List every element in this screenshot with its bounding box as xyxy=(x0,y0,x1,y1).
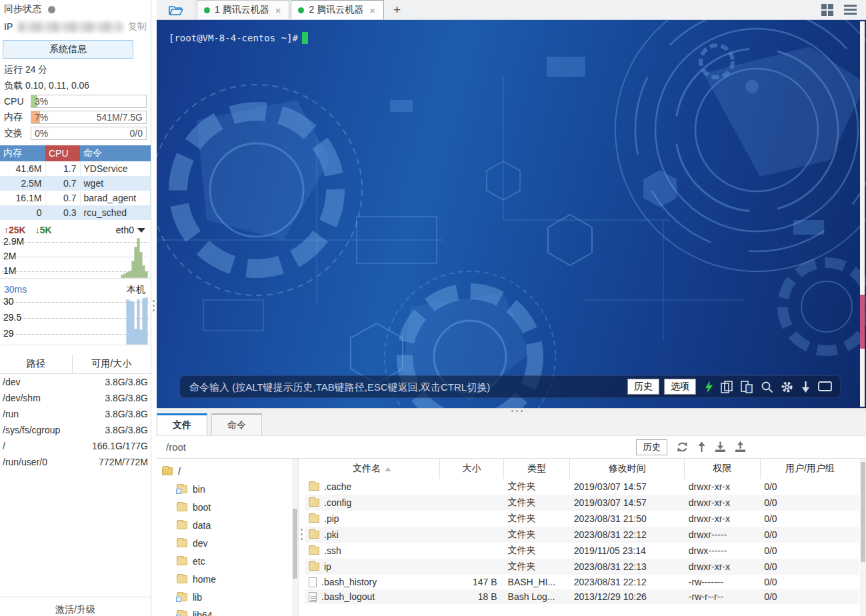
process-col-memory[interactable]: 内存 xyxy=(0,145,45,161)
folder-link-icon xyxy=(177,611,187,616)
terminal-scrollbar-thumb[interactable] xyxy=(860,295,865,349)
command-bar: 历史 选项 xyxy=(179,375,841,398)
file-panel: 文件 命令 历史 xyxy=(157,413,866,616)
memory-usage: 541M/7.5G xyxy=(97,112,143,123)
col-size[interactable]: 大小 xyxy=(439,459,503,479)
new-tab-button[interactable]: + xyxy=(384,0,410,19)
upload-file-icon[interactable] xyxy=(735,441,746,453)
tree-item-boot[interactable]: boot xyxy=(157,498,298,516)
file-row[interactable]: ip 文件夹 2023/08/31 22:13 drwxr-xr-x 0/0 xyxy=(305,559,859,575)
file-row[interactable]: .pip 文件夹 2023/08/31 21:50 drwxr-xr-x 0/0 xyxy=(305,511,859,527)
process-table: 内存 CPU 命令 41.6M 1.7 YDService 2.5M 0.7 w… xyxy=(0,145,151,220)
disk-row[interactable]: /sys/fs/cgroup3.8G/3.8G xyxy=(0,422,151,438)
process-row[interactable]: 16.1M 0.7 barad_agent xyxy=(0,191,151,205)
open-connections-button[interactable] xyxy=(157,0,195,19)
disk-col-size[interactable]: 可用/大小 xyxy=(72,355,151,374)
close-icon[interactable]: × xyxy=(274,5,283,16)
tree-item-root[interactable]: / xyxy=(157,462,298,480)
col-filename[interactable]: 文件名 xyxy=(305,459,439,479)
net-ytick: 2M xyxy=(3,251,16,261)
file-row[interactable]: .cache 文件夹 2019/03/07 14:57 drwxr-xr-x 0… xyxy=(305,479,859,495)
refresh-icon[interactable] xyxy=(676,441,689,453)
lightning-icon[interactable] xyxy=(705,381,713,393)
monitor-icon[interactable] xyxy=(818,381,832,393)
process-row[interactable]: 41.6M 1.7 YDService xyxy=(0,161,151,176)
tree-item-etc[interactable]: etc xyxy=(157,552,298,570)
tree-item-lib64[interactable]: lib64 xyxy=(157,606,298,616)
process-row[interactable]: 2.5M 0.7 wget xyxy=(0,176,151,191)
close-icon[interactable]: × xyxy=(368,5,377,16)
terminal-tab-1[interactable]: 1 腾讯云机器 × xyxy=(197,0,289,19)
tree-table-splitter[interactable] xyxy=(298,459,305,616)
panel-splitter[interactable] xyxy=(157,408,866,413)
folder-open-icon xyxy=(168,4,184,16)
disk-row[interactable]: /dev3.8G/3.8G xyxy=(0,374,151,391)
file-list-scrollbar[interactable] xyxy=(860,459,866,616)
file-row[interactable]: .bash_logout 18 B Bash Log... 2013/12/29… xyxy=(305,589,859,604)
process-cmd: rcu_sched xyxy=(80,205,151,220)
terminal-scrollbar[interactable] xyxy=(860,21,865,407)
file-row[interactable]: .config 文件夹 2019/03/07 14:57 drwxr-xr-x … xyxy=(305,495,859,511)
file-row[interactable]: .ssh 文件夹 2019/11/05 23:14 drwx------ 0/0 xyxy=(305,543,859,559)
history-button[interactable]: 历史 xyxy=(627,379,659,395)
down-arrow-icon: ↓ xyxy=(35,225,40,235)
ping-target[interactable]: 本机 xyxy=(127,284,145,296)
terminal-screen[interactable]: [root@VM-8-4-centos ~]# 历史 选项 xyxy=(157,20,866,408)
tree-item-dev[interactable]: dev xyxy=(157,534,298,552)
process-col-command[interactable]: 命令 xyxy=(80,145,151,161)
download-file-icon[interactable] xyxy=(715,441,726,453)
layout-grid-icon[interactable] xyxy=(821,4,833,16)
command-input[interactable] xyxy=(180,381,627,393)
tab-label: 1 腾讯云机器 xyxy=(215,4,269,16)
tree-item-bin[interactable]: bin xyxy=(157,480,298,498)
upload-rate: ↑25K xyxy=(4,225,26,235)
swap-percent: 0% xyxy=(35,128,48,139)
col-mtime[interactable]: 修改时间 xyxy=(570,459,685,479)
gear-icon[interactable] xyxy=(781,381,793,393)
status-dot-icon xyxy=(48,6,55,13)
file-history-button[interactable]: 历史 xyxy=(636,439,667,455)
disk-col-path[interactable]: 路径 xyxy=(0,355,72,374)
tab-commands[interactable]: 命令 xyxy=(211,413,262,435)
col-type[interactable]: 类型 xyxy=(504,459,570,479)
col-perm[interactable]: 权限 xyxy=(685,459,760,479)
process-mem: 2.5M xyxy=(0,176,45,191)
disk-row[interactable]: /run/user/0772M/772M xyxy=(0,454,151,470)
file-row[interactable]: .pki 文件夹 2023/08/31 22:12 drwxr----- 0/0 xyxy=(305,527,859,543)
parent-dir-icon[interactable] xyxy=(697,441,706,453)
sidebar-splitter[interactable] xyxy=(151,0,157,616)
copy-icon[interactable] xyxy=(721,381,733,393)
disk-row[interactable]: /dev/shm3.8G/3.8G xyxy=(0,390,151,406)
download-icon[interactable] xyxy=(801,381,811,393)
process-row[interactable]: 0 0.3 rcu_sched xyxy=(0,205,151,220)
ping-ytick: 30 xyxy=(3,296,14,307)
paste-icon[interactable] xyxy=(741,381,753,393)
path-input[interactable] xyxy=(157,441,636,453)
tree-label: / xyxy=(178,466,181,477)
prompt-text: [root@VM-8-4-centos ~]# xyxy=(169,33,298,43)
folder-link-icon xyxy=(177,485,187,493)
tab-files[interactable]: 文件 xyxy=(157,413,207,435)
menu-icon[interactable] xyxy=(844,5,857,15)
process-col-cpu[interactable]: CPU xyxy=(45,145,80,161)
col-owner[interactable]: 用户/用户组 xyxy=(760,459,859,479)
search-icon[interactable] xyxy=(761,381,773,393)
tree-item-home[interactable]: home xyxy=(157,570,298,588)
interface-selector[interactable]: eth0 xyxy=(116,225,145,235)
file-row[interactable]: .bash_history 147 B BASH_HI... 2023/08/3… xyxy=(305,575,859,589)
options-button[interactable]: 选项 xyxy=(664,379,696,395)
terminal-tab-2[interactable]: 2 腾讯云机器 × xyxy=(291,0,383,19)
tree-item-lib[interactable]: lib xyxy=(157,588,298,606)
ip-label: IP xyxy=(4,21,13,32)
disk-row[interactable]: /run3.8G/3.8G xyxy=(0,406,151,422)
tree-item-data[interactable]: data xyxy=(157,516,298,534)
system-info-button[interactable]: 系统信息 xyxy=(3,40,133,59)
tree-scrollbar[interactable] xyxy=(292,459,298,616)
folder-icon xyxy=(177,503,187,511)
directory-tree: / bin boot data xyxy=(157,459,298,616)
activate-upgrade-link[interactable]: 激活/升级 xyxy=(0,597,151,616)
memory-meter-label: 内存 xyxy=(4,111,31,123)
disk-row[interactable]: /166.1G/177G xyxy=(0,438,151,454)
copy-ip-button[interactable]: 复制 xyxy=(128,21,147,33)
app-window: 同步状态 IP 复制 系统信息 运行 24 分 负载 0.10, 0.11, 0… xyxy=(0,0,866,616)
